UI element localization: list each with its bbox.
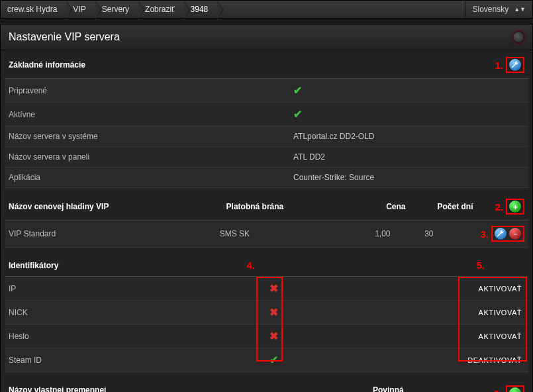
identifiers-table: IP ✖ AKTIVOVAŤ NICK ✖ AKTIVOVAŤ Heslo ✖ … xyxy=(5,277,528,372)
info-row: Pripravené ✔ xyxy=(5,79,528,103)
info-label: Aplikácia xyxy=(9,173,293,182)
price-row: VIP Standard SMS SK 1,00 30 3. － xyxy=(5,220,528,248)
dropdown-icon: ▲▼ xyxy=(514,7,526,11)
language-label: Slovensky xyxy=(472,5,509,14)
breadcrumb-item[interactable]: crew.sk Hydra xyxy=(1,1,66,18)
edit-price-button[interactable] xyxy=(495,228,507,240)
identifiers-header: Identifikátory 4. 5. xyxy=(5,254,528,277)
wrench-icon xyxy=(510,60,520,70)
add-price-tier-button[interactable]: ＋ xyxy=(509,201,521,213)
identifier-name: Heslo xyxy=(9,332,260,341)
price-name: VIP Standard xyxy=(9,229,220,238)
callout-5: 5. xyxy=(476,260,485,271)
collapse-button[interactable] xyxy=(512,31,524,43)
col-gate-header: Platobná brána xyxy=(226,202,387,211)
price-gateway: SMS SK xyxy=(220,229,375,238)
delete-price-button[interactable]: － xyxy=(509,228,521,240)
info-row: Názov servera v systéme ATLportal.cz DD2… xyxy=(5,126,528,147)
col-name-header: Názov cenovej hladiny VIP xyxy=(9,202,226,211)
info-value: ATL DD2 xyxy=(293,152,524,162)
info-row: Aplikácia Counter-Strike: Source xyxy=(5,168,528,188)
cvar-name-header: Názov vlastnej premennej xyxy=(9,385,373,392)
check-icon: ✔ xyxy=(293,85,302,96)
info-value: Counter-Strike: Source xyxy=(293,173,524,182)
info-label: Pripravené xyxy=(9,86,293,95)
breadcrumb: crew.sk Hydra VIP Servery Zobraziť 3948 … xyxy=(0,0,533,19)
col-price-header: Cena xyxy=(386,202,437,211)
wrench-icon xyxy=(496,229,505,238)
callout-3: 3. xyxy=(481,228,489,240)
breadcrumb-item[interactable]: Servery xyxy=(95,1,138,18)
callout-6: 6. xyxy=(493,388,502,393)
page-title: Nastavenie VIP servera xyxy=(9,31,120,43)
callout-box-4 xyxy=(256,277,283,362)
info-row: Názov servera v paneli ATL DD2 xyxy=(5,147,528,168)
identifier-name: IP xyxy=(9,284,260,293)
custom-vars-header: Názov vlastnej premennej Povinná 6. ＋ xyxy=(5,380,528,392)
info-label: Názov servera v systéme xyxy=(9,132,293,141)
identifier-name: NICK xyxy=(9,308,260,317)
callout-1: 1. xyxy=(495,60,503,71)
language-selector[interactable]: Slovensky ▲▼ xyxy=(465,1,532,18)
cvar-required-header: Povinná xyxy=(373,385,493,392)
callout-4: 4. xyxy=(246,260,255,271)
basic-info-title: Základné informácie xyxy=(9,60,85,70)
col-days-header: Počet dní xyxy=(438,202,495,211)
check-icon: ✔ xyxy=(293,109,302,120)
panel-title-bar: Nastavenie VIP servera xyxy=(0,24,533,50)
basic-info-header: Základné informácie 1. xyxy=(5,52,528,79)
callout-box-5 xyxy=(458,277,527,362)
identifier-name: Steam ID xyxy=(9,356,260,365)
price-amount: 1,00 xyxy=(375,229,424,238)
pricing-header: Názov cenovej hladiny VIP Platobná brána… xyxy=(5,193,528,220)
add-custom-var-button[interactable]: ＋ xyxy=(509,387,521,392)
price-days: 30 xyxy=(424,229,480,238)
info-value: ATLportal.cz DD2-OLD xyxy=(293,132,524,141)
info-label: Aktívne xyxy=(9,110,293,119)
edit-basic-info-button[interactable] xyxy=(509,59,521,71)
breadcrumb-item[interactable]: Zobraziť xyxy=(138,1,184,18)
callout-2: 2. xyxy=(495,201,503,213)
info-label: Názov servera v paneli xyxy=(9,152,293,162)
info-row: Aktívne ✔ xyxy=(5,103,528,126)
identifiers-title: Identifikátory xyxy=(9,261,58,270)
